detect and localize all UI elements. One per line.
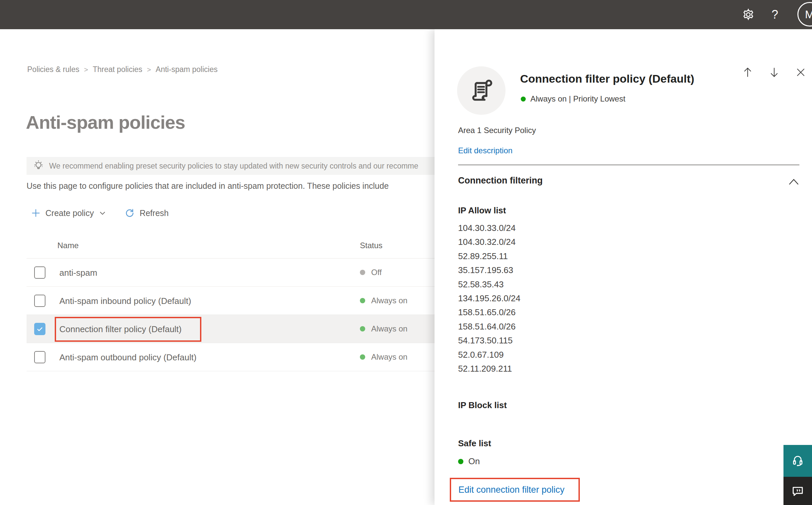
ip-allow-list-title: IP Allow list <box>458 205 506 216</box>
ip-allow-entry: 54.173.50.115 <box>458 333 521 347</box>
status-cell: Always on <box>360 315 407 343</box>
ip-allow-entry: 35.157.195.63 <box>458 263 521 277</box>
refresh-button[interactable]: Refresh <box>125 206 169 220</box>
close-icon <box>796 67 806 77</box>
breadcrumb-separator: > <box>147 66 151 74</box>
status-label: Always on <box>371 296 407 305</box>
collapse-section-button[interactable] <box>788 177 799 186</box>
refresh-label: Refresh <box>140 208 169 218</box>
policy-name: Anti-spam inbound policy (Default) <box>59 296 191 306</box>
ip-allow-entry: 52.89.255.11 <box>458 249 521 263</box>
ip-allow-entry: 158.51.65.0/26 <box>458 305 521 319</box>
previous-item-button[interactable] <box>742 66 754 78</box>
flyout-status-dot <box>521 97 526 102</box>
ip-allow-entry: 52.11.209.211 <box>458 362 521 376</box>
ip-allow-entry: 134.195.26.0/24 <box>458 291 521 305</box>
column-header-status[interactable]: Status <box>360 241 382 250</box>
headset-icon <box>790 453 805 469</box>
status-cell: Off <box>360 259 382 286</box>
feedback-icon <box>790 484 805 498</box>
page-title: Anti-spam policies <box>26 112 185 133</box>
row-checkbox[interactable] <box>34 351 45 363</box>
row-checkbox[interactable] <box>34 323 45 335</box>
help-button[interactable]: ? <box>762 0 788 29</box>
policy-name: anti-spam <box>59 268 97 278</box>
status-dot <box>360 326 365 331</box>
status-label: Always on <box>371 324 407 333</box>
arrow-down-icon <box>769 67 780 78</box>
breadcrumb-threat-policies[interactable]: Threat policies <box>93 65 143 74</box>
status-label: Off <box>371 268 382 277</box>
safe-list-title: Safe list <box>458 438 491 449</box>
status-cell: Always on <box>360 287 407 315</box>
ip-allow-entry: 104.30.32.0/24 <box>458 235 521 249</box>
column-header-name[interactable]: Name <box>57 241 78 250</box>
toolbar: Create policy Refresh <box>31 206 169 220</box>
close-flyout-button[interactable] <box>795 66 807 78</box>
status-dot <box>360 270 365 275</box>
settings-button[interactable] <box>735 0 762 29</box>
status-dot <box>360 298 365 303</box>
policy-name-cell[interactable]: Anti-spam inbound policy (Default) <box>55 289 201 314</box>
flyout-status-label: Always on | Priority Lowest <box>531 94 625 104</box>
safe-list-status-label: On <box>468 456 480 467</box>
breadcrumb-separator: > <box>84 66 88 74</box>
chevron-up-icon <box>788 177 799 186</box>
checkmark-icon <box>36 326 43 333</box>
create-policy-label: Create policy <box>45 208 94 218</box>
policy-name: Anti-spam outbound policy (Default) <box>59 352 196 363</box>
policy-name-cell[interactable]: Anti-spam outbound policy (Default) <box>55 345 201 370</box>
gear-icon <box>741 8 755 22</box>
lightbulb-icon <box>32 160 44 172</box>
next-item-button[interactable] <box>768 66 780 78</box>
policy-description: Area 1 Security Policy <box>458 126 536 135</box>
status-dot <box>360 354 365 360</box>
refresh-icon <box>125 208 135 218</box>
support-widget-button[interactable] <box>784 445 812 477</box>
chevron-down-icon <box>98 209 107 217</box>
policy-details-flyout: Connection filter policy (Default) Alway… <box>434 29 812 505</box>
breadcrumb-policies-rules[interactable]: Policies & rules <box>27 65 79 74</box>
policy-name-cell[interactable]: anti-spam <box>55 261 201 285</box>
banner-text: We recommend enabling preset security po… <box>49 162 418 171</box>
breadcrumb-anti-spam[interactable]: Anti-spam policies <box>156 65 218 74</box>
create-policy-button[interactable]: Create policy <box>31 206 107 220</box>
ip-allow-entry: 158.51.64.0/26 <box>458 320 521 333</box>
safe-list-status: On <box>458 456 480 467</box>
ip-allow-entry: 52.0.67.109 <box>458 348 521 362</box>
divider <box>458 165 799 165</box>
row-checkbox[interactable] <box>34 295 45 307</box>
breadcrumb: Policies & rules > Threat policies > Ant… <box>27 65 218 74</box>
policy-name: Connection filter policy (Default) <box>59 324 182 334</box>
help-icon: ? <box>772 8 778 22</box>
scroll-policy-icon <box>468 77 494 104</box>
ip-allow-entry: 104.30.33.0/24 <box>458 221 521 235</box>
arrow-up-icon <box>742 67 753 78</box>
section-title-connection-filtering: Connection filtering <box>458 176 543 186</box>
edit-connection-filter-policy-link[interactable]: Edit connection filter policy <box>458 485 565 495</box>
ip-allow-entry: 52.58.35.43 <box>458 278 521 291</box>
edit-policy-annotation-box: Edit connection filter policy <box>450 478 580 502</box>
policy-icon-circle <box>457 66 505 115</box>
flyout-nav <box>742 66 807 78</box>
safelist-status-dot <box>458 459 463 464</box>
ip-block-list-title: IP Block list <box>458 400 507 410</box>
avatar-initial: M <box>805 8 812 21</box>
policy-name-cell[interactable]: Connection filter policy (Default) <box>55 317 201 342</box>
screen: ? M Policies & rules > Threat policies >… <box>0 0 812 505</box>
top-app-bar: ? M <box>0 0 812 29</box>
plus-icon <box>31 208 41 218</box>
edit-description-link[interactable]: Edit description <box>458 146 513 155</box>
flyout-title: Connection filter policy (Default) <box>520 72 694 85</box>
flyout-status: Always on | Priority Lowest <box>521 94 625 104</box>
status-label: Always on <box>371 352 407 362</box>
ip-allow-list: 104.30.33.0/24 104.30.32.0/24 52.89.255.… <box>458 221 521 376</box>
status-cell: Always on <box>360 343 407 371</box>
feedback-widget-button[interactable] <box>784 477 812 505</box>
row-checkbox[interactable] <box>34 267 45 279</box>
